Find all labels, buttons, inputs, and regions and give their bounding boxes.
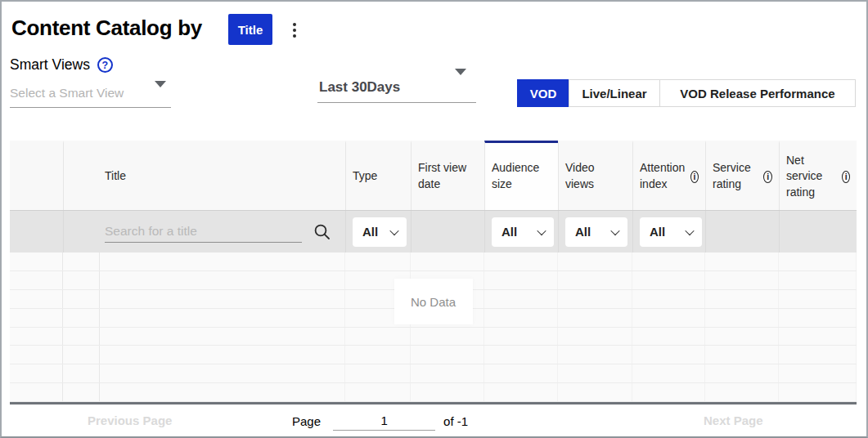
table-cell (779, 383, 857, 401)
search-icon[interactable] (313, 223, 331, 240)
table-cell (779, 290, 857, 308)
chevron-down-icon (610, 226, 619, 235)
video-views-filter-select[interactable]: All (565, 217, 627, 247)
table-cell (484, 346, 558, 364)
table-filter-row: All All All All (10, 210, 857, 253)
info-icon[interactable] (690, 171, 699, 183)
page-number-group: Page of -1 (292, 411, 468, 431)
table-cell (779, 309, 857, 327)
table-row (10, 346, 857, 364)
table-cell (345, 253, 411, 270)
table-cell (632, 309, 705, 327)
table-cell (705, 290, 779, 308)
table-cell (558, 346, 632, 364)
table-row (10, 383, 857, 402)
title-dimension-button[interactable]: Title (228, 14, 272, 45)
attention-index-filter-select[interactable]: All (640, 217, 702, 247)
date-range-select[interactable]: Last 30Days (317, 69, 476, 103)
table-cell (100, 271, 345, 289)
table-cell (705, 253, 779, 270)
table-cell (779, 328, 857, 346)
table-cell (100, 253, 345, 270)
table-cell (484, 271, 558, 289)
header-cell-type[interactable]: Type (345, 141, 411, 210)
table-cell (10, 328, 63, 346)
table-cell (484, 253, 558, 270)
table-cell (100, 290, 345, 308)
header-cell-attention-index[interactable]: Attention index (632, 141, 705, 210)
header-cell-service-rating[interactable]: Service rating (705, 141, 779, 210)
header-cell-empty (10, 141, 63, 210)
table-cell (10, 309, 63, 327)
table-cell (558, 383, 632, 401)
tab-vod[interactable]: VOD (517, 79, 569, 107)
audience-size-filter-select[interactable]: All (492, 217, 554, 247)
table-cell (345, 383, 411, 401)
no-data-message: No Data (394, 279, 473, 324)
table-cell (558, 290, 632, 308)
table-cell (779, 253, 857, 270)
table-cell (484, 290, 558, 308)
more-options-icon[interactable] (290, 20, 299, 40)
table-cell (63, 383, 100, 401)
table-cell (705, 271, 779, 289)
table-cell (100, 383, 345, 401)
date-range-value: Last 30Days (319, 79, 400, 96)
table-row (10, 364, 857, 383)
table-cell (10, 290, 63, 308)
table-cell (63, 346, 100, 364)
table-cell (10, 346, 63, 364)
table-cell (484, 328, 558, 346)
tab-live-linear[interactable]: Live/Linear (569, 79, 660, 107)
type-filter-select[interactable]: All (353, 217, 407, 247)
header-cell-audience-size[interactable]: Audience size (484, 141, 558, 210)
table-cell (705, 328, 779, 346)
header-cell-title[interactable]: Title (63, 141, 345, 210)
table-cell (779, 271, 857, 289)
header-cell-video-views[interactable]: Video views (558, 141, 632, 210)
table-cell (632, 290, 705, 308)
page-label: Page (292, 414, 321, 428)
header-cell-net-service-rating[interactable]: Net service rating (779, 141, 857, 210)
table-header-row: Title Type First view date Audience size… (10, 141, 857, 210)
filter-cell-first-view-date (411, 211, 484, 253)
header-cell-first-view-date[interactable]: First view date (411, 141, 484, 210)
content-type-tabs: VOD Live/Linear VOD Release Performance (517, 79, 856, 107)
table-cell (411, 364, 484, 382)
table-cell (558, 309, 632, 327)
help-icon[interactable] (97, 57, 113, 73)
tab-vod-release-performance[interactable]: VOD Release Performance (659, 79, 856, 107)
filter-cell-net-service-rating (779, 211, 857, 253)
filter-cell-attention-index: All (632, 211, 705, 253)
table-cell (10, 253, 63, 270)
chevron-down-icon (389, 226, 398, 235)
table-cell (705, 364, 779, 382)
table-cell (779, 364, 857, 382)
caret-down-icon (455, 69, 466, 75)
smart-view-select[interactable]: Select a Smart View (10, 80, 171, 108)
filter-cell-title (63, 211, 345, 253)
info-icon[interactable] (763, 171, 772, 183)
caret-down-icon (155, 81, 166, 87)
smart-view-placeholder: Select a Smart View (10, 86, 124, 101)
table-cell (63, 328, 100, 346)
table-cell (63, 290, 100, 308)
chevron-down-icon (685, 226, 694, 235)
table-cell (558, 328, 632, 346)
chevron-down-icon (537, 226, 546, 235)
table-cell (484, 383, 558, 401)
table-cell (100, 364, 345, 382)
title-search-input[interactable] (105, 221, 302, 243)
content-table: Title Type First view date Audience size… (10, 141, 857, 437)
table-cell (100, 309, 345, 327)
filter-cell-audience-size: All (484, 211, 558, 253)
previous-page-button[interactable]: Previous Page (88, 413, 172, 427)
table-cell (63, 309, 100, 327)
next-page-button[interactable]: Next Page (704, 413, 763, 427)
page-title: Content Catalog by (11, 16, 202, 41)
info-icon[interactable] (842, 171, 850, 183)
table-cell (632, 346, 705, 364)
page-number-input[interactable] (333, 411, 435, 431)
table-cell (558, 364, 632, 382)
table-cell (632, 383, 705, 401)
